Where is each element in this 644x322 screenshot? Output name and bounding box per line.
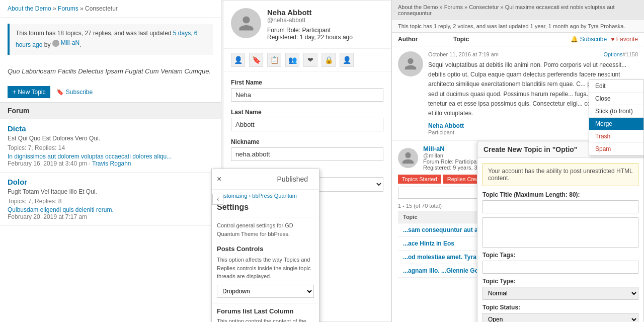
topic-type-label: Topic Type: (482, 278, 638, 285)
last-name-label: Last Name (231, 109, 383, 116)
topic-title-input[interactable] (482, 200, 638, 213)
profile-icon-lock[interactable]: 🔒 (321, 53, 336, 67)
topic-status-label: Topic Status: (482, 304, 638, 311)
topic-body-textarea[interactable] (483, 218, 638, 247)
last-name-group: Last Name (231, 109, 383, 131)
new-topic-form: Topic Title (Maximum Length: 80): Topic … (477, 191, 643, 322)
forum-section-title: Forum (0, 102, 221, 119)
topic-tags-label: Topic Tags: (482, 252, 638, 259)
tab-topics-started[interactable]: Topics Started (398, 175, 441, 184)
customizer-title: Settings (212, 202, 319, 217)
topic-tags-input[interactable] (482, 261, 638, 274)
posts-controls-title: Posts Controls (212, 242, 319, 256)
thread-breadcrumb: About the Demo » Forums » Consectetur » … (392, 0, 644, 20)
forum-actions: + New Topic 🔖 Subscribe (0, 82, 221, 102)
forum-info-author[interactable]: Mill-aN (61, 38, 79, 48)
customizer-breadcrumb-plugin[interactable]: bbPress Quantum (252, 193, 297, 199)
profile-icon-user[interactable]: 👤 (231, 53, 245, 67)
profile-icons-row: 👤 🔖 📋 👥 ❤ 🔒 👤 (223, 49, 391, 71)
topic-last-author[interactable]: Travis Rogahn (92, 160, 131, 167)
profile-icon-person[interactable]: 👤 (340, 53, 354, 67)
customizer-desc: Control general settings for GD Quantum … (212, 217, 319, 242)
breadcrumb-sep1: » (53, 5, 58, 12)
profile-handle: @neha-abbott (267, 17, 353, 24)
topic-last-post: Quibusdam eligendi quis deleniti rerum. (8, 206, 213, 213)
topic-body-textarea-wrap (482, 217, 638, 248)
topic-last-post: In dignissimos aut dolorem voluptas occa… (8, 153, 213, 160)
topic-title-label: Topic Title (Maximum Length: 80): (482, 191, 638, 198)
first-name-group: First Name (231, 79, 383, 102)
last-name-input[interactable] (231, 118, 383, 131)
new-topic-notice: Your account has the ability to post unr… (482, 163, 638, 186)
context-menu-trash[interactable]: Trash (589, 130, 643, 143)
thread-subscribe-link[interactable]: 🔔 Subscribe (571, 36, 607, 43)
topic-meta: Topics: 7, Replies: 8 (8, 198, 213, 205)
posts-controls-desc: This option affects the way Topics and R… (212, 256, 319, 285)
nickname-label: Nickname (231, 138, 383, 145)
author-column-header: Author (398, 36, 448, 43)
topic-item: Dicta Est Qui Quo Est Dolores Vero Qui. … (0, 119, 221, 173)
context-menu-edit[interactable]: Edit (589, 80, 643, 93)
thread-post-number: #1158 (622, 51, 638, 57)
breadcrumb-home[interactable]: About the Demo (8, 5, 51, 12)
breadcrumb-current: Consectetur (85, 5, 118, 12)
breadcrumb-forums[interactable]: Forums (58, 5, 78, 12)
thread-post-options[interactable]: Options (603, 51, 622, 57)
context-menu: Edit Close Stick (to front) Merge Trash … (589, 79, 644, 156)
forum-subtitle: Quo Laboriosam Facilis Delectus Ipsam Fu… (0, 61, 221, 82)
posts-controls-select[interactable]: Dropdown (217, 285, 314, 298)
forum-info-text-before: This forum has 18 topics, 27 replies, an… (16, 30, 173, 37)
new-topic-panel: Create New Topic in "Optio" Your account… (477, 141, 644, 322)
context-menu-merge[interactable]: Merge (589, 118, 643, 130)
forum-info-text-middle: by (42, 41, 52, 48)
published-button[interactable]: Published (271, 173, 314, 185)
forums-last-col-title: Forums list Last Column (212, 303, 319, 317)
topic-last-date: February 16, 2019 at 3:40 pm · Travis Ro… (8, 160, 213, 167)
topic-status-select[interactable]: Open (482, 313, 638, 322)
thread-favorite-link[interactable]: ♥ Favorite (611, 36, 638, 43)
topic-last-date: February 20, 2019 at 7:17 am (8, 213, 213, 220)
profile-info: Neha Abbott @neha-abbott Forum Role: Par… (267, 8, 353, 41)
customizer-header: × Published (212, 169, 319, 190)
forums-last-col-desc: This option control the content of the l… (212, 317, 319, 323)
topic-type-select-wrap: Normal (482, 287, 638, 300)
topic-last-link[interactable]: In dignissimos aut dolorem voluptas occa… (8, 153, 172, 160)
breadcrumb: About the Demo » Forums » Consectetur (0, 0, 221, 18)
topic-status-select-wrap: Open (482, 313, 638, 322)
customizer-close-button[interactable]: × (217, 175, 221, 184)
avatar (231, 8, 261, 38)
profile-name: Neha Abbott (267, 8, 353, 17)
forum-panel: About the Demo » Forums » Consectetur Th… (0, 0, 221, 322)
customizer-panel: × Published Customizing › bbPress Quantu… (211, 169, 319, 322)
nickname-input[interactable] (231, 147, 383, 161)
topic-last-link[interactable]: Quibusdam eligendi quis deleniti rerum. (8, 206, 114, 213)
topic-subtitle: Est Qui Quo Est Dolores Vero Qui. (8, 135, 213, 142)
topic-column-header: Topic (453, 36, 566, 43)
forum-info-box: This forum has 18 topics, 27 replies, an… (8, 24, 213, 55)
nickname-group: Nickname (231, 138, 383, 161)
new-topic-button[interactable]: + New Topic (8, 86, 50, 98)
thread-info-bar: This topic has 1 reply, 2 voices, and wa… (392, 20, 644, 33)
profile-icon-bookmark[interactable]: 🔖 (249, 53, 263, 67)
profile-icon-clipboard[interactable]: 📋 (267, 53, 281, 67)
thread-table-header: Author Topic 🔔 Subscribe ♥ Favorite (392, 33, 644, 46)
breadcrumb-sep2: » (80, 5, 85, 12)
customizer-back-button[interactable]: ‹ (212, 194, 223, 205)
profile-registered: Registered: 1 day, 22 hours ago (267, 34, 353, 41)
context-menu-spam[interactable]: Spam (589, 143, 643, 155)
profile-role: Forum Role: Participant (267, 27, 353, 34)
thread-actions-right: 🔔 Subscribe ♥ Favorite (571, 36, 638, 43)
profile-icon-heart[interactable]: ❤ (303, 53, 317, 67)
first-name-input[interactable] (231, 88, 383, 102)
topic-title[interactable]: Dicta (8, 124, 213, 133)
context-menu-stick-to-front[interactable]: Stick (to front) (589, 105, 643, 118)
topic-type-select[interactable]: Normal (482, 287, 638, 300)
subscribe-button[interactable]: 🔖 Subscribe (56, 89, 93, 96)
profile-header: Neha Abbott @neha-abbott Forum Role: Par… (223, 1, 391, 49)
context-menu-close[interactable]: Close (589, 93, 643, 105)
forum-info-period: . (79, 41, 81, 48)
thread-post-meta: #1158 Options October 11, 2016 at 7:19 a… (428, 51, 638, 57)
thread-post-avatar (398, 51, 423, 76)
topic-title[interactable]: Dolor (8, 178, 213, 186)
profile-icon-group[interactable]: 👥 (285, 53, 299, 67)
